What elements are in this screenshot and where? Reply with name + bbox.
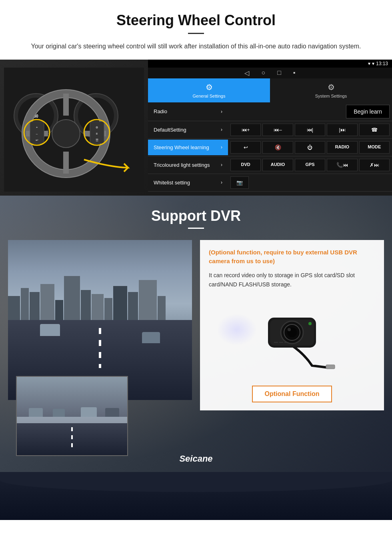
dashboard-curve — [0, 472, 392, 492]
ctrl-mode[interactable]: MODE — [359, 141, 390, 154]
menu-icon[interactable]: ▪ — [293, 69, 296, 76]
camera-svg — [248, 306, 336, 370]
ctrl-power[interactable]: ⏻ — [295, 141, 325, 154]
menu-row-whitelist: Whitelist setting › 📷 — [148, 174, 392, 192]
steering-composite: 80 + – ↩ ⚙ ≡ ☰ — [0, 60, 392, 196]
menu-item-default[interactable]: DefaultSetting › — [148, 122, 228, 138]
ctrl-skip-next[interactable]: ✗⏭ — [359, 159, 390, 171]
svg-text:↩: ↩ — [36, 138, 38, 142]
thumb-car-3 — [81, 407, 97, 417]
control-grid-3: DVD AUDIO GPS 📞⏮ ✗⏭ — [230, 159, 390, 171]
thumb-lane — [71, 427, 73, 447]
car-dashboard-bottom — [0, 472, 392, 520]
menu-row-tricolour: Tricoloured light settings › DVD AUDIO G… — [148, 156, 392, 174]
menu-radio-label: Radio — [154, 108, 167, 114]
settings-tabs: ⚙ General Settings ⚙ System Settings — [148, 78, 392, 102]
dvr-content-area: Seicane (Optional function, require to — [0, 240, 392, 464]
general-settings-icon: ⚙ — [206, 82, 213, 92]
home-icon[interactable]: ○ — [261, 69, 265, 76]
status-time: 13:13 — [376, 61, 388, 66]
ctrl-row-1: ⏮+ ⏮– ⏮| |⏭ ☎ — [228, 121, 392, 138]
wifi-icon: ▾ — [368, 61, 370, 66]
section-dvr: Support DVR — [0, 196, 392, 520]
section-steering-wheel: Steering Wheel Control Your original car… — [0, 0, 392, 52]
tab-system-label: System Settings — [315, 94, 347, 98]
dvr-title-wrap: Support DVR — [0, 196, 392, 232]
settings-menu: Radio › Begin learn DefaultSetting › ⏮+ … — [148, 102, 392, 196]
svg-rect-23 — [326, 365, 335, 369]
begin-learn-button[interactable]: Begin learn — [346, 105, 390, 118]
chevron-icon-5: › — [221, 180, 222, 185]
svg-text:⚙: ⚙ — [96, 126, 98, 129]
dvr-camera-illustration — [209, 298, 375, 378]
chevron-icon-4: › — [221, 162, 222, 168]
svg-text:≡: ≡ — [96, 132, 98, 136]
tab-system-settings[interactable]: ⚙ System Settings — [270, 78, 392, 102]
ctrl-phone-prev[interactable]: 📞⏮ — [327, 159, 357, 171]
menu-tricolour-label: Tricoloured light settings — [154, 162, 210, 168]
menu-item-steering[interactable]: Steering Wheel learning › — [148, 140, 228, 155]
tab-general-settings[interactable]: ⚙ General Settings — [148, 78, 270, 102]
ctrl-phone[interactable]: ☎ — [359, 124, 390, 136]
dvr-thumbnail — [16, 376, 128, 456]
back-icon[interactable]: ◁ — [244, 69, 249, 77]
menu-row-radio: Radio › Begin learn — [148, 102, 392, 121]
svg-point-33 — [308, 322, 312, 325]
menu-item-whitelist[interactable]: Whitelist setting › — [148, 175, 228, 190]
android-statusbar: ▾ ▾ 13:13 — [148, 60, 392, 68]
control-grid-1: ⏮+ ⏮– ⏮| |⏭ ☎ — [230, 124, 390, 136]
thumb-car-1 — [29, 408, 43, 417]
ctrl-camera[interactable]: 📷 — [230, 176, 249, 189]
menu-row-default: DefaultSetting › ⏮+ ⏮– ⏮| |⏭ ☎ — [148, 121, 392, 139]
steering-wheel-image: 80 + – ↩ ⚙ ≡ ☰ — [0, 60, 148, 196]
chevron-icon-2: › — [221, 127, 222, 132]
thumb-car-2 — [53, 409, 65, 417]
svg-point-29 — [288, 328, 291, 331]
dvr-optional-notice: (Optional function, require to buy exter… — [209, 248, 375, 266]
menu-whitelist-label: Whitelist setting — [154, 180, 190, 186]
ctrl-audio[interactable]: AUDIO — [262, 159, 293, 171]
recent-icon[interactable]: □ — [277, 69, 281, 76]
ctrl-radio[interactable]: RADIO — [327, 141, 357, 154]
dvr-description: It can record video only to storage in G… — [209, 271, 375, 290]
thumb-road — [17, 423, 127, 455]
menu-item-radio[interactable]: Radio › — [148, 104, 228, 119]
ctrl-mute[interactable]: 🔇 — [262, 141, 293, 154]
dvr-title: Support DVR — [0, 208, 392, 224]
ctrl-vol-up[interactable]: ⏮+ — [230, 124, 261, 136]
title-divider — [188, 33, 204, 34]
menu-default-label: DefaultSetting — [154, 127, 186, 133]
optional-function-button[interactable]: Optional Function — [252, 386, 332, 402]
svg-text:+: + — [36, 126, 38, 129]
control-grid-2: ↩ 🔇 ⏻ RADIO MODE — [230, 141, 390, 154]
menu-steering-label: Steering Wheel learning — [154, 144, 209, 150]
buildings-sim — [8, 264, 192, 328]
tab-general-label: General Settings — [193, 94, 226, 98]
ctrl-hangup[interactable]: ↩ — [230, 141, 261, 154]
ctrl-dvd[interactable]: DVD — [230, 159, 261, 171]
android-navbar: ◁ ○ □ ▪ — [148, 68, 392, 78]
system-settings-icon: ⚙ — [328, 82, 335, 92]
ctrl-row-4: 📷 — [228, 174, 392, 191]
dvr-info-card: (Optional function, require to buy exter… — [200, 240, 384, 411]
page-title: Steering Wheel Control — [16, 12, 376, 29]
dvr-title-divider — [188, 228, 204, 229]
svg-text:☰: ☰ — [96, 138, 98, 142]
steering-wheel-svg: 80 + – ↩ ⚙ ≡ ☰ — [4, 68, 144, 192]
seicane-brand-logo: Seicane — [179, 454, 212, 464]
svg-text:–: – — [36, 132, 38, 136]
ctrl-prev[interactable]: ⏮| — [295, 124, 325, 136]
dvr-street-scene: Seicane — [8, 240, 192, 464]
menu-item-tricolour[interactable]: Tricoloured light settings › — [148, 157, 228, 173]
menu-row-steering: Steering Wheel learning › ↩ 🔇 ⏻ RADIO MO… — [148, 139, 392, 156]
chevron-icon: › — [221, 109, 222, 114]
section-subtitle: Your original car's steering wheel contr… — [24, 41, 368, 52]
ctrl-next[interactable]: |⏭ — [327, 124, 357, 136]
signal-icon: ▾ — [372, 61, 374, 66]
car-sim-2 — [142, 332, 160, 343]
ctrl-vol-down[interactable]: ⏮– — [262, 124, 293, 136]
ctrl-row-3: DVD AUDIO GPS 📞⏮ ✗⏭ — [228, 156, 392, 174]
ctrl-gps[interactable]: GPS — [295, 159, 325, 171]
chevron-icon-3: › — [221, 144, 222, 150]
camera-glow — [217, 314, 257, 346]
